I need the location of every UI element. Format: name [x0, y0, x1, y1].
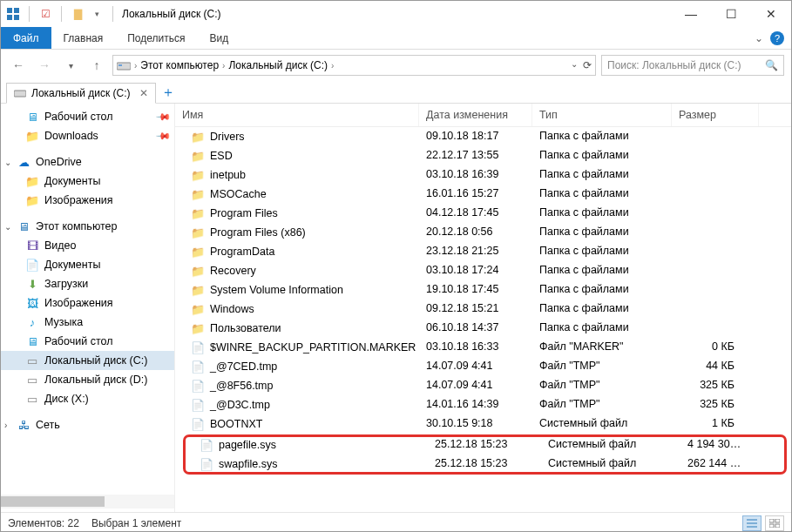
sidebar-item[interactable]: 📁Документы	[1, 172, 174, 191]
navigation-pane[interactable]: 🖥Рабочий стол📌📁Downloads📌⌄☁OneDrive📁Доку…	[1, 104, 175, 512]
file-row[interactable]: Drivers 09.10.18 18:17 Папка с файлами	[175, 127, 791, 146]
help-icon[interactable]: ?	[770, 31, 784, 45]
col-date[interactable]: Дата изменения	[419, 104, 532, 126]
recent-dropdown-icon[interactable]: ▾	[60, 55, 81, 76]
chevron-right-icon[interactable]: ›	[331, 61, 334, 71]
sidebar-item-label: Загрузки	[44, 278, 88, 290]
drive-icon: ▭	[25, 392, 39, 406]
file-name: System Volume Information	[210, 284, 343, 296]
sidebar-network[interactable]: ›🖧Сеть	[1, 415, 174, 434]
file-row[interactable]: Program Files 04.12.18 17:45 Папка с фай…	[175, 204, 791, 223]
back-button[interactable]: ←	[8, 55, 29, 76]
breadcrumb-current[interactable]: Локальный диск (C:)	[228, 59, 328, 71]
file-row[interactable]: System Volume Information 19.10.18 17:45…	[175, 280, 791, 300]
sidebar-item[interactable]: ▭Локальный диск (D:)	[1, 370, 174, 389]
column-headers[interactable]: Имя Дата изменения Тип Размер	[175, 104, 791, 127]
sidebar-item[interactable]: 📄Документы	[1, 255, 174, 274]
file-row[interactable]: Recovery 03.10.18 17:24 Папка с файлами	[175, 261, 791, 280]
file-date: 14.01.16 14:39	[419, 395, 532, 414]
file-row[interactable]: _@D3C.tmp 14.01.16 14:39 Файл "TMP" 325 …	[175, 395, 791, 414]
file-row[interactable]: Пользователи 06.10.18 14:37 Папка с файл…	[175, 319, 791, 338]
file-row[interactable]: ProgramData 23.12.18 21:25 Папка с файла…	[175, 242, 791, 261]
minimize-button[interactable]: ―	[671, 1, 711, 27]
svg-rect-6	[14, 91, 26, 97]
file-row[interactable]: BOOTNXT 30.10.15 9:18 Системный файл 1 К…	[175, 414, 791, 434]
titlebar[interactable]: ☑ ▇ ▾ Локальный диск (C:) ― ☐ ✕	[1, 1, 791, 27]
sidebar-item[interactable]: ▭Диск (X:)	[1, 389, 174, 408]
file-row[interactable]: _@7CED.tmp 14.07.09 4:41 Файл "TMP" 44 К…	[175, 357, 791, 376]
forward-button[interactable]: →	[34, 55, 55, 76]
sidebar-item[interactable]: 🖥Рабочий стол📌	[1, 107, 174, 126]
video-icon: 🎞	[25, 239, 39, 253]
file-row[interactable]: $WINRE_BACKUP_PARTITION.MARKER 03.10.18 …	[175, 338, 791, 357]
sidebar-item-label: Локальный диск (D:)	[44, 374, 147, 386]
file-row[interactable]: swapfile.sys 25.12.18 15:23 Системный фа…	[184, 455, 786, 474]
new-tab-button[interactable]: ＋	[159, 82, 177, 103]
sidebar-item[interactable]: ♪Музыка	[1, 313, 174, 332]
expand-icon[interactable]: ⌄	[4, 158, 11, 167]
view-details-button[interactable]	[742, 515, 762, 531]
tab-file[interactable]: Файл	[1, 27, 51, 49]
file-row[interactable]: _@8F56.tmp 14.07.09 4:41 Файл "TMP" 325 …	[175, 376, 791, 395]
tab-share[interactable]: Поделиться	[115, 27, 197, 49]
expand-icon[interactable]: ⌄	[4, 222, 11, 232]
qat-dropdown-icon[interactable]: ▾	[90, 7, 104, 21]
sidebar-item[interactable]: 🖼Изображения	[1, 293, 174, 313]
col-name[interactable]: Имя	[175, 104, 419, 126]
sidebar-item[interactable]: 📁Downloads📌	[1, 126, 174, 145]
nav-scrollbar[interactable]	[1, 495, 174, 508]
folder-icon[interactable]: ▇	[71, 7, 85, 21]
file-list[interactable]: Имя Дата изменения Тип Размер Drivers 09…	[175, 104, 791, 512]
chevron-right-icon[interactable]: ›	[134, 61, 137, 71]
col-size[interactable]: Размер	[672, 104, 759, 126]
sidebar-item[interactable]: 📁Изображения	[1, 191, 174, 210]
address-bar-row: ← → ▾ ↑ › Этот компьютер › Локальный дис…	[1, 50, 791, 81]
search-icon[interactable]: 🔍	[765, 59, 778, 71]
file-date: 25.12.18 15:23	[428, 435, 541, 455]
refresh-icon[interactable]: ⟳	[583, 59, 592, 71]
up-button[interactable]: ↑	[86, 55, 107, 76]
view-large-button[interactable]	[765, 515, 784, 531]
address-bar[interactable]: › Этот компьютер › Локальный диск (C:) ›…	[112, 55, 596, 76]
document-tab[interactable]: Локальный диск (C:) ✕	[6, 83, 156, 104]
tab-home[interactable]: Главная	[51, 27, 116, 49]
sidebar-item[interactable]: 🖥Рабочий стол	[1, 332, 174, 351]
col-type[interactable]: Тип	[532, 104, 672, 126]
file-size	[672, 261, 759, 280]
properties-icon[interactable]: ☑	[38, 7, 52, 21]
search-input[interactable]: Поиск: Локальный диск (C:) 🔍	[601, 55, 784, 76]
address-dropdown-icon[interactable]: ⌄	[571, 59, 578, 71]
sidebar-item-label: Рабочий стол	[44, 335, 112, 347]
file-name: ESD	[210, 150, 233, 162]
chevron-right-icon[interactable]: ›	[222, 61, 225, 71]
tab-view[interactable]: Вид	[197, 27, 240, 49]
sidebar-this-pc[interactable]: ⌄🖥Этот компьютер	[1, 217, 174, 236]
explorer-window: ☑ ▇ ▾ Локальный диск (C:) ― ☐ ✕ Файл Гла…	[0, 0, 792, 532]
svg-rect-1	[14, 8, 19, 13]
breadcrumb-root[interactable]: Этот компьютер	[140, 59, 219, 71]
file-row[interactable]: Windows 09.12.18 15:21 Папка с файлами	[175, 300, 791, 319]
file-size	[672, 280, 759, 300]
file-row[interactable]: MSOCache 16.01.16 15:27 Папка с файлами	[175, 185, 791, 204]
sidebar-item-label: Изображения	[44, 194, 113, 206]
expand-icon[interactable]: ›	[4, 421, 7, 430]
ribbon-expand-icon[interactable]: ⌄	[755, 32, 763, 44]
maximize-button[interactable]: ☐	[711, 1, 751, 27]
file-size: 44 КБ	[672, 357, 759, 376]
sidebar-item[interactable]: ⬇Загрузки	[1, 274, 174, 293]
file-row[interactable]: Program Files (x86) 20.12.18 0:56 Папка …	[175, 223, 791, 242]
file-name: _@D3C.tmp	[210, 399, 270, 411]
file-type: Системный файл	[532, 414, 672, 434]
sidebar-onedrive[interactable]: ⌄☁OneDrive	[1, 152, 174, 172]
file-name: Drivers	[210, 131, 245, 143]
sidebar-item[interactable]: 🎞Видео	[1, 236, 174, 255]
pin-icon: 📌	[154, 108, 171, 125]
file-date: 03.10.18 17:24	[419, 261, 532, 280]
file-row[interactable]: inetpub 03.10.18 16:39 Папка с файлами	[175, 165, 791, 185]
sidebar-item[interactable]: ▭Локальный диск (C:)	[1, 351, 174, 370]
file-row[interactable]: ESD 22.12.17 13:55 Папка с файлами	[175, 146, 791, 165]
file-row[interactable]: pagefile.sys 25.12.18 15:23 Системный фа…	[184, 435, 786, 455]
close-button[interactable]: ✕	[751, 1, 791, 27]
folder-icon: 📁	[25, 129, 39, 143]
tab-close-icon[interactable]: ✕	[136, 87, 148, 99]
